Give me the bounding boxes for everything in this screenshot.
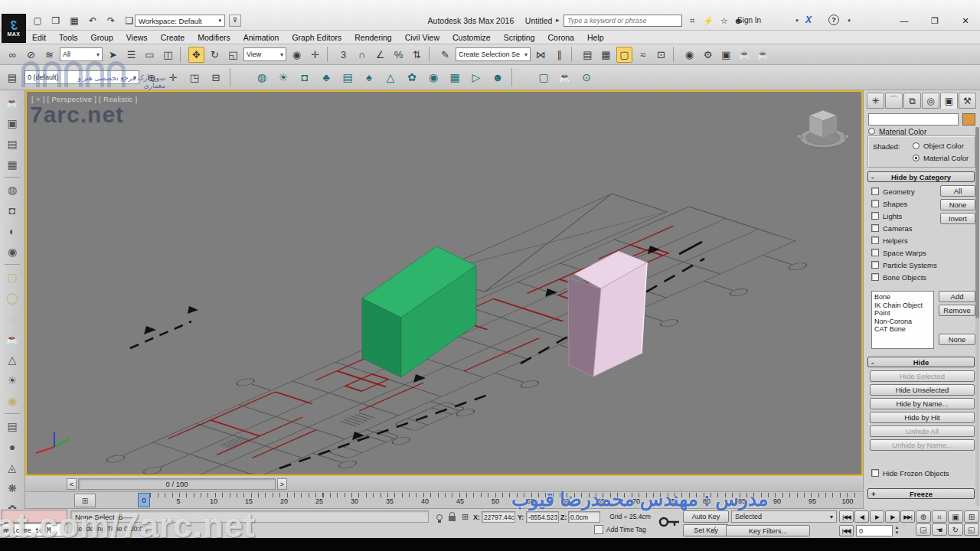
hide-action-button[interactable]: Unhide by Name... <box>870 439 975 451</box>
set-current-layer-icon[interactable]: ⊟ <box>207 68 225 86</box>
render-settings-table-icon[interactable]: ▦ <box>3 155 21 174</box>
menu-item[interactable]: Scripting <box>504 33 535 42</box>
pale-circle-icon[interactable]: ◯ <box>3 289 21 307</box>
previous-frame-button[interactable]: ◀| <box>854 510 869 523</box>
category-checkbox-row[interactable]: Lights <box>871 210 937 222</box>
zoom-region-icon[interactable]: ◲ <box>916 523 931 536</box>
cv-camera-icon[interactable]: ◘ <box>296 68 314 86</box>
select-and-move-icon[interactable]: ✥ <box>188 47 204 63</box>
wire-teapot-icon[interactable]: ☕ <box>3 330 21 348</box>
category-checkbox-row[interactable]: Shapes <box>871 197 937 210</box>
object-color-swatch[interactable] <box>962 113 975 126</box>
checkbox-icon[interactable] <box>871 200 879 207</box>
isolate-bulb-icon[interactable] <box>433 511 445 523</box>
spheres-icon[interactable]: ● <box>3 438 21 456</box>
render-iterative-icon[interactable]: ☕ <box>755 47 771 63</box>
search-binoculars-icon[interactable]: ⌗ <box>685 15 699 27</box>
menu-item[interactable]: Help <box>587 33 604 42</box>
open-file-icon[interactable]: ❒ <box>49 15 63 27</box>
pale-disc-icon[interactable]: ◌ <box>3 309 21 328</box>
pyramid-icon[interactable]: ◬ <box>3 458 21 477</box>
sign-in-chevron-icon[interactable]: ▾ <box>790 15 804 27</box>
play-button[interactable]: ▶ <box>870 510 884 523</box>
time-slider-field[interactable]: 0 / 100 <box>78 478 276 490</box>
hide-action-button[interactable]: Hide Unselected <box>870 384 975 396</box>
category-checkbox-row[interactable]: Helpers <box>871 234 937 246</box>
sun-icon[interactable]: ☀ <box>3 371 21 390</box>
menu-item[interactable]: Edit <box>32 33 46 42</box>
freeze-rollout[interactable]: + Freeze <box>867 488 975 499</box>
add-selection-to-layer-icon[interactable]: ✛ <box>164 68 182 86</box>
material-color-radio[interactable]: Material Color <box>913 154 969 162</box>
new-scene-icon[interactable]: ▢ <box>31 15 44 27</box>
radio-icon[interactable] <box>913 155 920 161</box>
community-icon[interactable]: ⚡ <box>701 15 715 27</box>
zoom-icon[interactable]: ⊕ <box>916 510 931 523</box>
select-by-name-icon[interactable]: ☰ <box>123 47 139 63</box>
cv-panel-icon[interactable]: ▦ <box>446 68 464 86</box>
set-key-button[interactable]: Set Key <box>683 524 729 536</box>
blue-stack-icon[interactable]: ▤ <box>3 417 21 435</box>
hide-by-category-rollout[interactable]: - Hide by Category <box>867 171 975 182</box>
snap-toggle-3d-icon[interactable]: 3 <box>335 47 351 63</box>
ribbon-toggle-icon[interactable]: ▦ <box>598 47 614 63</box>
frame-spinner[interactable]: ▲▼ <box>893 525 900 536</box>
cv-sign-icon[interactable]: ▤ <box>338 68 357 86</box>
checkbox-icon[interactable] <box>871 212 879 220</box>
zoom-extents-icon[interactable]: ▣ <box>948 510 963 523</box>
create-new-layer-icon[interactable]: ⊕ <box>142 68 161 86</box>
maximize-button[interactable]: ❐ <box>925 15 945 27</box>
mirror-icon[interactable]: ⋈ <box>533 47 549 63</box>
checkbox-icon[interactable] <box>871 273 879 281</box>
reference-coordinate-dropdown[interactable]: View <box>243 47 286 61</box>
redo-icon[interactable]: ↷ <box>104 15 118 27</box>
material-editor-icon[interactable]: ◉ <box>681 47 697 63</box>
rectangular-selection-region-icon[interactable]: ▭ <box>142 47 158 63</box>
panel-scrollbar[interactable] <box>975 127 979 506</box>
list-item[interactable]: IK Chain Object <box>874 302 931 310</box>
selection-filter-dropdown[interactable]: All <box>60 47 103 61</box>
checkbox-icon[interactable] <box>871 261 879 269</box>
list-item[interactable]: Point <box>874 309 931 318</box>
list-remove-button[interactable]: Remove <box>939 305 975 316</box>
workspace-dropdown[interactable]: Workspace: Default ▾ <box>135 15 225 27</box>
favorites-star-icon[interactable]: ☆ <box>717 15 731 27</box>
menu-item[interactable]: Create <box>161 33 185 42</box>
checkbox-icon[interactable] <box>871 249 879 256</box>
rendered-frame-window-icon[interactable]: ▣ <box>718 47 734 63</box>
select-and-link-icon[interactable]: ∞ <box>5 47 21 63</box>
cv-teapot-icon[interactable]: ☕ <box>556 68 574 86</box>
x-coordinate-field[interactable]: 22797.44c <box>482 511 515 523</box>
checkbox-icon[interactable] <box>871 236 879 244</box>
checkbox-icon[interactable] <box>871 469 879 477</box>
render-production-icon[interactable]: ☕ <box>737 47 753 63</box>
layer-list-icon[interactable]: ▤ <box>3 68 21 86</box>
edit-named-selections-icon[interactable]: ✎ <box>437 47 453 63</box>
list-none-button[interactable]: None <box>939 334 975 345</box>
menu-item[interactable]: Animation <box>243 33 279 42</box>
menu-item[interactable]: Group <box>91 33 113 42</box>
next-frame-arrow[interactable]: > <box>277 478 287 490</box>
current-frame-field[interactable]: 0 <box>856 525 893 536</box>
percent-snap-icon[interactable]: % <box>390 47 407 63</box>
macro-recorder-field[interactable] <box>2 510 67 523</box>
current-layer-dropdown[interactable]: 0 (default) <box>24 70 139 84</box>
tab-modify[interactable]: ⌒ <box>885 93 903 109</box>
category-none-button[interactable]: None <box>940 199 975 210</box>
checkbox-icon[interactable] <box>871 187 879 195</box>
align-icon[interactable]: ∥ <box>551 47 567 63</box>
bind-to-space-warp-icon[interactable]: ≋ <box>41 47 57 63</box>
cv-cone-icon[interactable]: △ <box>381 68 400 86</box>
hide-frozen-checkbox-row[interactable]: Hide Frozen Objects <box>871 467 949 479</box>
search-expand-icon[interactable]: ▸ <box>556 16 560 24</box>
help-icon[interactable]: ? <box>828 15 839 25</box>
viewcube[interactable] <box>795 104 851 152</box>
tab-create[interactable]: ✳ <box>867 93 884 109</box>
pan-icon[interactable]: ☚ <box>932 523 947 536</box>
red-camera-icon[interactable]: ◉ <box>3 243 21 261</box>
unlink-selection-icon[interactable]: ⊘ <box>23 47 39 63</box>
snap-magnet-icon[interactable]: ∩ <box>354 47 370 63</box>
glow-circle-icon[interactable]: ◉ <box>3 392 21 410</box>
previous-frame-arrow[interactable]: < <box>67 478 77 490</box>
menu-item[interactable]: Corona <box>547 33 573 42</box>
